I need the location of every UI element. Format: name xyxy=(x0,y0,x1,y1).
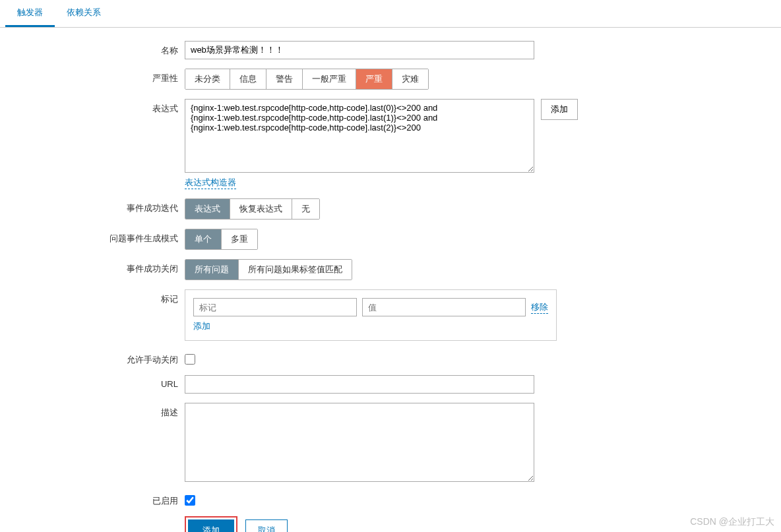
problem-gen-segment: 单个 多重 xyxy=(185,229,258,250)
cancel-button[interactable]: 取消 xyxy=(245,519,288,532)
event-iter-opt-0[interactable]: 表达式 xyxy=(185,199,230,219)
label-allow-manual-close: 允许手动关闭 xyxy=(0,350,185,366)
event-iteration-segment: 表达式 恢复表达式 无 xyxy=(185,198,320,220)
label-problem-gen-mode: 问题事件生成模式 xyxy=(0,229,185,245)
problem-gen-opt-1[interactable]: 多重 xyxy=(222,229,257,249)
tab-bar: 触发器 依赖关系 xyxy=(0,0,781,28)
tag-name-input[interactable] xyxy=(193,298,357,316)
expression-textarea[interactable]: {nginx-1:web.test.rspcode[http-code,http… xyxy=(185,99,534,173)
allow-manual-close-checkbox[interactable] xyxy=(185,354,195,365)
label-expression: 表达式 xyxy=(0,99,185,115)
problem-gen-opt-0[interactable]: 单个 xyxy=(185,229,222,249)
expression-builder-link[interactable]: 表达式构造器 xyxy=(185,177,236,189)
watermark: CSDN @企业打工大 xyxy=(690,516,774,528)
tab-dependency[interactable]: 依赖关系 xyxy=(55,0,113,27)
label-description: 描述 xyxy=(0,403,185,419)
event-iter-opt-1[interactable]: 恢复表达式 xyxy=(230,199,292,219)
severity-opt-1[interactable]: 信息 xyxy=(230,69,266,89)
trigger-form: 名称 严重性 未分类 信息 警告 一般严重 严重 灾难 表达式 {nginx-1… xyxy=(0,28,781,532)
severity-opt-4[interactable]: 严重 xyxy=(356,69,392,89)
tag-value-input[interactable] xyxy=(362,298,526,316)
event-close-opt-0[interactable]: 所有问题 xyxy=(185,260,239,280)
label-severity: 严重性 xyxy=(0,69,185,84)
severity-opt-5[interactable]: 灾难 xyxy=(392,69,428,89)
enabled-checkbox[interactable] xyxy=(185,495,195,506)
tags-container: 移除 添加 xyxy=(185,289,557,341)
submit-button[interactable]: 添加 xyxy=(188,519,234,532)
tag-add-link[interactable]: 添加 xyxy=(193,320,548,332)
add-expression-button[interactable]: 添加 xyxy=(541,99,578,120)
description-textarea[interactable] xyxy=(185,403,534,482)
label-event-close: 事件成功关闭 xyxy=(0,259,185,275)
label-tags: 标记 xyxy=(0,289,185,305)
highlight-box: 添加 xyxy=(185,516,237,532)
label-event-iteration: 事件成功迭代 xyxy=(0,198,185,214)
name-input[interactable] xyxy=(185,41,534,59)
label-url: URL xyxy=(0,375,185,389)
url-input[interactable] xyxy=(185,375,534,394)
severity-opt-2[interactable]: 警告 xyxy=(266,69,303,89)
event-iter-opt-2[interactable]: 无 xyxy=(292,199,319,219)
severity-opt-3[interactable]: 一般严重 xyxy=(303,69,356,89)
event-close-opt-1[interactable]: 所有问题如果标签值匹配 xyxy=(239,260,352,280)
severity-segment: 未分类 信息 警告 一般严重 严重 灾难 xyxy=(185,69,429,90)
label-name: 名称 xyxy=(0,41,185,57)
severity-opt-0[interactable]: 未分类 xyxy=(185,69,230,89)
tag-remove-link[interactable]: 移除 xyxy=(531,301,548,314)
label-enabled: 已启用 xyxy=(0,491,185,507)
event-close-segment: 所有问题 所有问题如果标签值匹配 xyxy=(185,259,352,280)
tab-trigger[interactable]: 触发器 xyxy=(5,0,55,27)
